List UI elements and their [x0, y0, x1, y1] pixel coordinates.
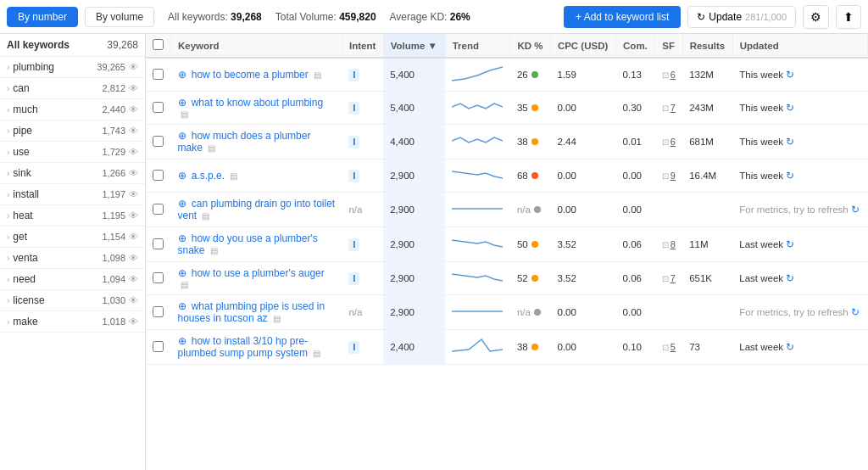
eye-icon[interactable]: 👁 — [129, 62, 138, 72]
row-checkbox[interactable] — [153, 204, 164, 215]
eye-icon[interactable]: 👁 — [129, 189, 138, 199]
select-all-checkbox[interactable] — [153, 39, 164, 50]
row-checkbox[interactable] — [153, 341, 164, 352]
row-checkbox[interactable] — [153, 136, 164, 147]
eye-icon[interactable]: 👁 — [129, 210, 138, 221]
sf-number[interactable]: 7 — [670, 273, 676, 283]
eye-icon[interactable]: 👁 — [129, 316, 138, 327]
eye-icon[interactable]: 👁 — [129, 168, 138, 178]
sidebar-item-count: 1,195 — [102, 210, 125, 221]
row-checkbox-cell[interactable] — [146, 227, 171, 262]
eye-icon[interactable]: 👁 — [129, 274, 138, 284]
sidebar-item-make[interactable]: › make 1,018 👁 — [0, 311, 145, 333]
keyword-link[interactable]: how to become a plumber — [192, 69, 309, 81]
refresh-prompt: For metrics, try to refresh — [739, 307, 848, 317]
row-checkbox[interactable] — [153, 170, 164, 181]
sidebar-item-pipe[interactable]: › pipe 1,743 👁 — [0, 120, 145, 142]
sidebar-item-use[interactable]: › use 1,729 👁 — [0, 142, 145, 163]
header-sf[interactable]: SF — [655, 34, 682, 58]
eye-icon[interactable]: 👁 — [129, 83, 138, 93]
refresh-icon[interactable]: ↻ — [849, 204, 860, 215]
row-checkbox-cell[interactable] — [146, 58, 171, 92]
eye-icon[interactable]: 👁 — [129, 295, 138, 305]
avg-kd-stat: Average KD: 26% — [390, 11, 470, 23]
row-checkbox[interactable] — [153, 238, 164, 249]
sidebar-item-count: 2,440 — [102, 104, 125, 115]
keyword-link[interactable]: how much does a plumber make — [178, 130, 311, 154]
refresh-icon[interactable]: ↻ — [783, 70, 794, 80]
keyword-link[interactable]: how to use a plumber's auger — [192, 267, 325, 279]
header-keyword[interactable]: Keyword — [171, 34, 342, 58]
row-checkbox-cell[interactable] — [146, 159, 171, 193]
row-checkbox-cell[interactable] — [146, 92, 171, 125]
sidebar-item-venta[interactable]: › venta 1,098 👁 — [0, 248, 145, 269]
sf-number[interactable]: 7 — [670, 103, 676, 113]
main-area: All keywords 39,268 › plumbing 39,265 👁 … — [0, 34, 868, 470]
sf-number[interactable]: 5 — [670, 342, 676, 352]
tab-by-volume[interactable]: By volume — [85, 7, 154, 27]
header-volume[interactable]: Volume ▼ — [383, 34, 445, 58]
header-kd[interactable]: KD % — [510, 34, 550, 58]
keyword-link[interactable]: how to install 3/10 hp pre-plumbed sump … — [178, 335, 309, 359]
sidebar-item-sink[interactable]: › sink 1,266 👁 — [0, 163, 145, 184]
cpc-cell: 0.00 — [550, 92, 615, 125]
row-checkbox[interactable] — [153, 306, 164, 317]
eye-icon[interactable]: 👁 — [129, 232, 138, 242]
refresh-icon[interactable]: ↻ — [783, 137, 794, 147]
sidebar-item-can[interactable]: › can 2,812 👁 — [0, 78, 145, 99]
sidebar-item-need[interactable]: › need 1,094 👁 — [0, 269, 145, 290]
eye-icon[interactable]: 👁 — [129, 126, 138, 136]
refresh-icon[interactable]: ↻ — [783, 273, 794, 283]
sf-number[interactable]: 8 — [670, 239, 676, 249]
keyword-link[interactable]: a.s.p.e. — [192, 170, 225, 182]
sidebar-item-plumbing[interactable]: › plumbing 39,265 👁 — [0, 57, 145, 78]
row-checkbox[interactable] — [153, 272, 164, 283]
settings-button[interactable]: ⚙ — [803, 5, 829, 29]
intent-cell: I — [342, 330, 383, 365]
add-to-keyword-list-button[interactable]: + Add to keyword list — [564, 6, 681, 28]
sidebar-item-much[interactable]: › much 2,440 👁 — [0, 99, 145, 120]
header-intent[interactable]: Intent — [342, 34, 383, 58]
results-cell: 651K — [682, 262, 732, 295]
refresh-icon[interactable]: ↻ — [783, 171, 794, 181]
sidebar-item-heat[interactable]: › heat 1,195 👁 — [0, 205, 145, 227]
sf-number[interactable]: 6 — [670, 137, 676, 147]
eye-icon[interactable]: 👁 — [129, 104, 138, 115]
keyword-plus-icon: ⊕ — [178, 131, 186, 141]
refresh-icon[interactable]: ↻ — [783, 239, 794, 249]
tab-by-number[interactable]: By number — [7, 7, 78, 27]
row-checkbox-cell[interactable] — [146, 193, 171, 227]
header-cpc[interactable]: CPC (USD) — [550, 34, 615, 58]
results-cell: 16.4M — [682, 159, 732, 193]
row-checkbox[interactable] — [153, 102, 164, 113]
row-checkbox-cell[interactable] — [146, 262, 171, 295]
keyword-link[interactable]: what plumbing pipe is used in houses in … — [178, 300, 326, 324]
sidebar-item-license[interactable]: › license 1,030 👁 — [0, 290, 145, 311]
update-button[interactable]: ↻ Update 281/1,000 — [687, 6, 796, 28]
updated-cell: Last week ↻ — [732, 262, 867, 295]
com-cell: 0.06 — [616, 227, 655, 262]
row-checkbox-cell[interactable] — [146, 330, 171, 365]
sidebar-item-install[interactable]: › install 1,197 👁 — [0, 184, 145, 205]
row-checkbox-cell[interactable] — [146, 125, 171, 159]
sf-number[interactable]: 6 — [670, 70, 676, 80]
sf-number[interactable]: 9 — [670, 171, 676, 181]
eye-icon[interactable]: 👁 — [129, 253, 138, 263]
sidebar-item-get[interactable]: › get 1,154 👁 — [0, 227, 145, 248]
keyword-link[interactable]: how do you use a plumber's snake — [178, 232, 318, 256]
refresh-icon[interactable]: ↻ — [783, 103, 794, 113]
header-updated[interactable]: Updated — [732, 34, 867, 58]
header-com[interactable]: Com. — [616, 34, 655, 58]
eye-icon[interactable]: 👁 — [129, 147, 138, 157]
refresh-icon[interactable]: ↻ — [849, 307, 860, 317]
row-checkbox-cell[interactable] — [146, 295, 171, 330]
export-button[interactable]: ⬆ — [836, 5, 861, 29]
keyword-cell: ⊕ how to use a plumber's auger ▤ — [171, 262, 342, 295]
row-checkbox[interactable] — [153, 69, 164, 80]
keyword-link[interactable]: what to know about plumbing — [192, 97, 323, 109]
header-trend[interactable]: Trend — [445, 34, 510, 58]
refresh-icon[interactable]: ↻ — [783, 342, 794, 352]
header-checkbox[interactable] — [146, 34, 171, 58]
updated-cell: This week ↻ — [732, 159, 867, 193]
header-results[interactable]: Results — [682, 34, 732, 58]
